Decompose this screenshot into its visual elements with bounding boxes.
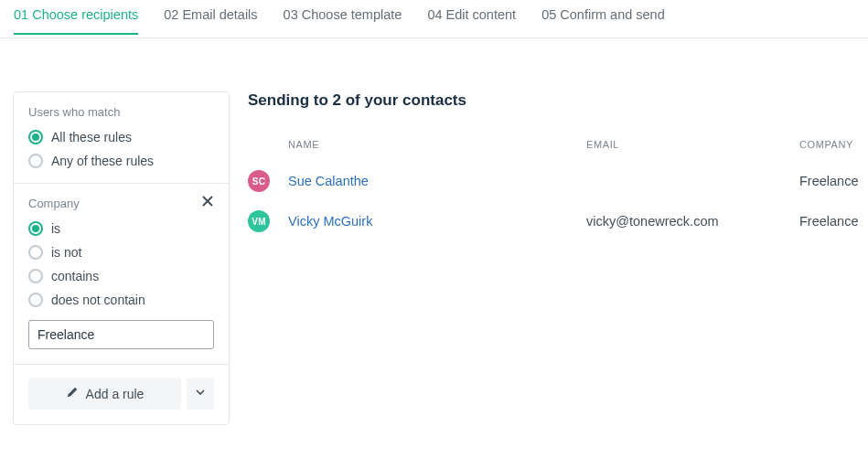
operator-option-label: contains	[51, 269, 99, 283]
operator-option-2[interactable]: contains	[28, 269, 214, 283]
add-rule-button[interactable]: Add a rule	[28, 378, 181, 410]
add-rule-dropdown-button[interactable]	[187, 378, 214, 410]
table-row: VMVicky McGuirkvicky@tonewreck.comFreela…	[248, 201, 868, 241]
contact-company: Freelance	[799, 214, 868, 229]
main-area: Sending to 2 of your contacts NAME EMAIL…	[248, 91, 868, 241]
wizard-tab-0[interactable]: 01 Choose recipients	[14, 0, 138, 34]
rule-section: Company isis notcontainsdoes not contain	[14, 184, 229, 365]
column-header-email: EMAIL	[586, 139, 799, 150]
match-option-0[interactable]: All these rules	[28, 130, 214, 144]
column-header-name: NAME	[288, 139, 586, 150]
operator-option-label: does not contain	[51, 293, 145, 307]
rule-field-label: Company	[28, 197, 214, 210]
wizard-tab-1[interactable]: 02 Email details	[164, 0, 257, 34]
operator-option-label: is not	[51, 245, 81, 260]
match-section: Users who match All these rulesAny of th…	[14, 92, 229, 184]
radio-icon	[28, 130, 43, 144]
page-content: Users who match All these rulesAny of th…	[0, 38, 868, 425]
operator-option-3[interactable]: does not contain	[28, 293, 214, 307]
column-header-company: COMPANY	[799, 139, 868, 150]
radio-icon	[28, 245, 43, 260]
contact-company: Freelance	[799, 174, 868, 188]
table-row: SCSue CalantheFreelance	[248, 161, 868, 201]
avatar: SC	[248, 170, 270, 192]
close-icon[interactable]	[201, 195, 218, 211]
radio-icon	[28, 293, 43, 307]
contact-name-link[interactable]: Sue Calanthe	[288, 174, 586, 188]
wizard-tab-3[interactable]: 04 Edit content	[427, 0, 516, 34]
radio-icon	[28, 154, 43, 168]
page-title: Sending to 2 of your contacts	[248, 91, 868, 110]
contact-name-link[interactable]: Vicky McGuirk	[288, 214, 586, 229]
match-option-label: Any of these rules	[51, 154, 154, 168]
match-label: Users who match	[28, 105, 214, 119]
avatar: VM	[248, 210, 270, 232]
wizard-tab-4[interactable]: 05 Confirm and send	[541, 0, 665, 34]
contacts-table: NAME EMAIL COMPANY SCSue CalantheFreelan…	[248, 139, 868, 241]
add-rule-row: Add a rule	[14, 365, 229, 424]
match-option-1[interactable]: Any of these rules	[28, 154, 214, 168]
match-option-label: All these rules	[51, 130, 132, 144]
radio-icon	[28, 221, 43, 236]
wizard-tabs: 01 Choose recipients02 Email details03 C…	[0, 0, 868, 38]
radio-icon	[28, 269, 43, 283]
contact-email: vicky@tonewreck.com	[586, 214, 799, 229]
filter-panel: Users who match All these rulesAny of th…	[13, 91, 230, 425]
rule-value-input[interactable]	[28, 320, 214, 349]
wizard-tab-2[interactable]: 03 Choose template	[284, 0, 402, 34]
operator-option-1[interactable]: is not	[28, 245, 214, 260]
operator-option-0[interactable]: is	[28, 221, 214, 236]
add-rule-label: Add a rule	[86, 387, 145, 401]
pencil-icon	[66, 386, 79, 401]
table-header: NAME EMAIL COMPANY	[248, 139, 868, 161]
chevron-down-icon	[195, 387, 206, 400]
operator-option-label: is	[51, 221, 60, 236]
